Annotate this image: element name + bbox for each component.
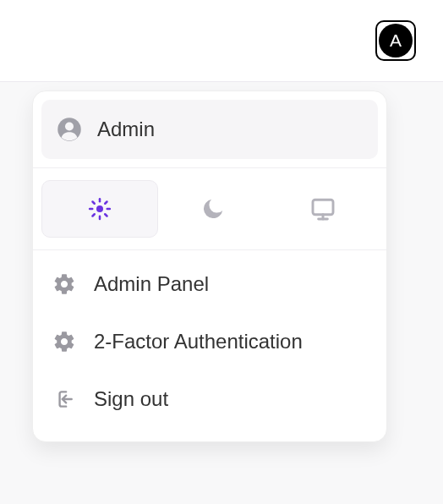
menu-item-admin-panel[interactable]: Admin Panel: [41, 255, 378, 313]
menu-item-2fa[interactable]: 2-Factor Authentication: [41, 313, 378, 370]
topbar: A: [0, 0, 443, 81]
menu-item-label: Admin Panel: [94, 272, 209, 296]
svg-line-7: [93, 202, 95, 204]
svg-point-1: [65, 123, 74, 131]
monitor-icon: [309, 195, 336, 222]
avatar-initial: A: [390, 30, 402, 51]
user-icon: [57, 117, 82, 142]
theme-system-button[interactable]: [268, 180, 378, 238]
menu-item-label: Sign out: [94, 387, 168, 411]
gear-icon: [52, 272, 77, 296]
avatar: A: [379, 24, 413, 58]
menu-user-item[interactable]: Admin: [41, 100, 378, 159]
svg-point-2: [96, 205, 103, 212]
menu-user-name: Admin: [97, 118, 155, 141]
sign-out-icon: [52, 388, 77, 410]
moon-icon: [200, 196, 226, 222]
svg-line-9: [93, 214, 95, 216]
sun-icon: [87, 196, 112, 222]
theme-light-button[interactable]: [41, 180, 158, 238]
svg-line-10: [105, 202, 107, 204]
theme-dark-button[interactable]: [158, 180, 268, 238]
svg-rect-11: [313, 200, 333, 214]
menu-user-section: Admin: [33, 91, 386, 167]
avatar-button[interactable]: A: [375, 20, 416, 61]
svg-line-8: [105, 214, 107, 216]
gear-icon: [52, 330, 77, 353]
menu-item-sign-out[interactable]: Sign out: [41, 370, 378, 428]
user-menu: Admin: [32, 90, 387, 442]
menu-items: Admin Panel 2-Factor Authentication Sign…: [33, 250, 386, 441]
menu-item-label: 2-Factor Authentication: [94, 330, 303, 353]
theme-switcher: [33, 167, 386, 250]
